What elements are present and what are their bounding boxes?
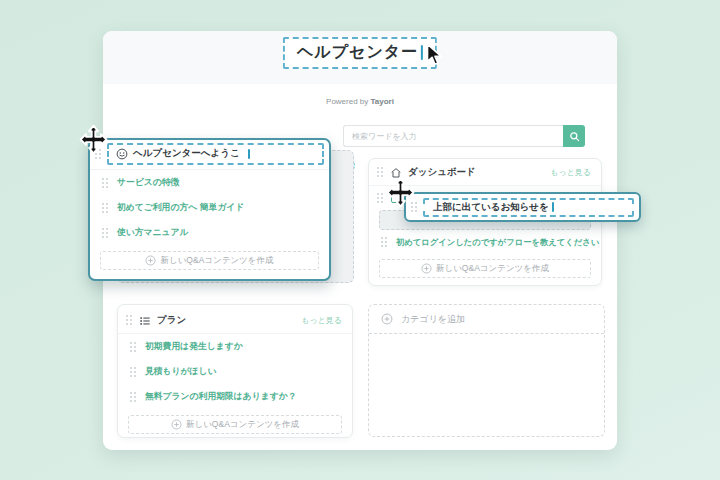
plan-panel-header: プラン もっと見る xyxy=(118,305,352,334)
add-category-area[interactable]: カテゴリを追加 xyxy=(368,304,605,437)
category-panel-plan[interactable]: プラン もっと見る 初期費用は発生しますか 見積もりがほしい 無料プランの利用期… xyxy=(117,304,353,438)
see-more-link[interactable]: もっと見る xyxy=(301,315,342,326)
qa-link[interactable]: サービスの特徴 xyxy=(117,177,179,189)
see-more-link[interactable]: もっと見る xyxy=(550,167,591,178)
drag-handle-icon[interactable] xyxy=(130,392,137,403)
search-button[interactable] xyxy=(563,125,585,147)
plus-circle-icon xyxy=(381,313,393,325)
text-caret xyxy=(248,149,250,159)
add-qa-button[interactable]: 新しいQ&Aコンテンツを作成 xyxy=(100,251,319,270)
drag-handle-icon[interactable] xyxy=(102,228,109,239)
list-icon xyxy=(139,315,151,327)
panel-title: プラン xyxy=(157,314,186,327)
home-icon xyxy=(390,167,402,179)
add-qa-button[interactable]: 新しいQ&Aコンテンツを作成 xyxy=(128,415,342,434)
text-caret xyxy=(421,45,423,60)
category-title: ヘルプセンターへようこ xyxy=(133,147,240,160)
plus-circle-icon xyxy=(145,255,156,266)
drag-handle-icon[interactable] xyxy=(377,193,384,204)
qa-item[interactable]: 初めてご利用の方へ 簡単ガイド xyxy=(90,195,329,220)
hidden-item-fragment xyxy=(391,194,400,203)
search-bar xyxy=(343,125,585,147)
qa-link[interactable]: 初めてご利用の方へ 簡単ガイド xyxy=(117,202,244,214)
drag-handle-icon[interactable] xyxy=(95,149,102,160)
add-category-button[interactable]: カテゴリを追加 xyxy=(369,305,604,334)
text-caret xyxy=(552,202,554,212)
qa-item[interactable]: 初めてログインしたのですがフローを教えてください xyxy=(369,230,601,254)
qa-link[interactable]: 初期費用は発生しますか xyxy=(145,341,243,353)
qa-item[interactable]: サービスの特徴 xyxy=(90,170,329,195)
panel-title: ダッシュボード xyxy=(408,166,476,179)
drag-handle-icon[interactable] xyxy=(126,315,133,326)
dashboard-panel-header: ダッシュボード もっと見る xyxy=(369,159,601,186)
help-center-editor: ヘルプセンター Powered by Tayori #登録 #セキュリティ #新… xyxy=(0,0,720,480)
drag-handle-icon[interactable] xyxy=(411,202,418,213)
drag-handle-icon[interactable] xyxy=(377,167,384,178)
qa-item[interactable]: 使い方マニュアル xyxy=(90,220,329,245)
add-qa-button[interactable]: 新しいQ&Aコンテンツを作成 xyxy=(379,259,591,278)
plus-circle-icon xyxy=(171,419,182,430)
brand-name: Tayori xyxy=(371,97,394,106)
qa-item[interactable]: 無料プランの利用期限はありますか？ xyxy=(118,384,352,409)
category-panel-dashboard[interactable]: ダッシュボード もっと見る 初めてログインしたのですがフローを教えてください 新… xyxy=(368,158,602,286)
drag-handle-icon[interactable] xyxy=(102,178,109,189)
drag-handle-icon[interactable] xyxy=(130,342,137,353)
drag-handle-icon[interactable] xyxy=(381,237,388,248)
powered-by: Powered by Tayori xyxy=(103,97,617,106)
category-title-editbox[interactable]: ヘルプセンターへようこ xyxy=(107,143,324,165)
search-input[interactable] xyxy=(343,125,563,147)
qa-item[interactable]: 見積もりがほしい xyxy=(118,359,352,384)
qa-link[interactable]: 無料プランの利用期限はありますか？ xyxy=(145,391,297,403)
search-icon xyxy=(569,131,580,142)
qa-link[interactable]: 初めてログインしたのですがフローを教えてください xyxy=(396,237,599,248)
plus-circle-icon xyxy=(421,263,432,274)
qa-title-editbox[interactable]: 上部に出ているお知らせを xyxy=(423,198,634,217)
drag-handle-icon[interactable] xyxy=(130,367,137,378)
site-title-editbox[interactable]: ヘルプセンター xyxy=(283,37,437,69)
welcome-panel-header: ヘルプセンターへようこ xyxy=(90,140,329,170)
page-title: ヘルプセンター xyxy=(297,42,418,63)
drag-handle-icon[interactable] xyxy=(102,203,109,214)
dragged-qa-item[interactable]: 上部に出ているお知らせを xyxy=(404,192,641,222)
qa-link[interactable]: 見積もりがほしい xyxy=(145,366,217,378)
category-panel-welcome[interactable]: ヘルプセンターへようこ サービスの特徴 初めてご利用の方へ 簡単ガイド 使い方マ… xyxy=(88,138,331,281)
smiley-icon xyxy=(116,148,128,160)
qa-item[interactable]: 初期費用は発生しますか xyxy=(118,334,352,359)
qa-link[interactable]: 使い方マニュアル xyxy=(117,227,189,239)
